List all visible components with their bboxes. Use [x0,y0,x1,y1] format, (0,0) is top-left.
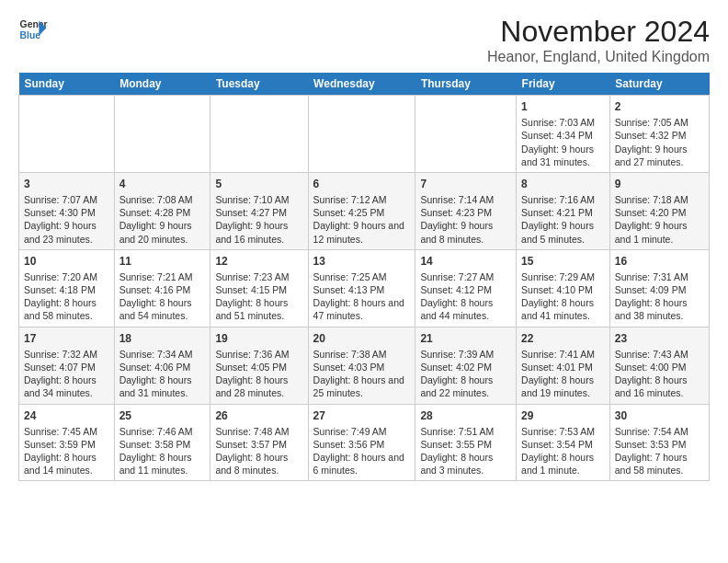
calendar-body: 1Sunrise: 7:03 AM Sunset: 4:34 PM Daylig… [19,96,710,481]
weekday-header-row: SundayMondayTuesdayWednesdayThursdayFrid… [19,73,710,96]
calendar-cell: 10Sunrise: 7:20 AM Sunset: 4:18 PM Dayli… [19,249,115,327]
day-number: 17 [24,331,109,346]
calendar-cell [114,96,210,173]
calendar-cell: 11Sunrise: 7:21 AM Sunset: 4:16 PM Dayli… [114,249,210,327]
day-info: Sunrise: 7:41 AM Sunset: 4:01 PM Dayligh… [521,348,605,400]
day-number: 24 [24,408,109,423]
day-number: 10 [24,254,109,269]
calendar-cell: 30Sunrise: 7:54 AM Sunset: 3:53 PM Dayli… [609,404,709,481]
calendar-cell: 17Sunrise: 7:32 AM Sunset: 4:07 PM Dayli… [19,327,115,404]
day-info: Sunrise: 7:10 AM Sunset: 4:27 PM Dayligh… [215,193,302,246]
calendar-cell: 29Sunrise: 7:53 AM Sunset: 3:54 PM Dayli… [517,404,610,481]
calendar-cell: 3Sunrise: 7:07 AM Sunset: 4:30 PM Daylig… [19,172,115,249]
day-number: 19 [215,331,302,346]
title-area: November 2024 Heanor, England, United Ki… [487,15,710,65]
calendar-week-row: 1Sunrise: 7:03 AM Sunset: 4:34 PM Daylig… [19,96,710,173]
calendar-cell: 23Sunrise: 7:43 AM Sunset: 4:00 PM Dayli… [609,327,709,404]
logo: General Blue [18,15,48,44]
day-info: Sunrise: 7:27 AM Sunset: 4:12 PM Dayligh… [420,270,511,323]
day-info: Sunrise: 7:31 AM Sunset: 4:09 PM Dayligh… [615,270,704,323]
calendar-cell: 1Sunrise: 7:03 AM Sunset: 4:34 PM Daylig… [517,96,610,173]
calendar-week-row: 17Sunrise: 7:32 AM Sunset: 4:07 PM Dayli… [19,327,710,404]
calendar-cell: 25Sunrise: 7:46 AM Sunset: 3:58 PM Dayli… [114,404,210,481]
weekday-header-thursday: Thursday [415,73,517,96]
calendar-cell: 8Sunrise: 7:16 AM Sunset: 4:21 PM Daylig… [517,172,610,249]
day-number: 7 [420,177,511,191]
day-number: 16 [615,254,704,269]
calendar-cell: 19Sunrise: 7:36 AM Sunset: 4:05 PM Dayli… [210,327,308,404]
calendar-cell [415,96,517,173]
calendar-cell: 20Sunrise: 7:38 AM Sunset: 4:03 PM Dayli… [308,327,415,404]
day-info: Sunrise: 7:36 AM Sunset: 4:05 PM Dayligh… [215,348,302,400]
day-info: Sunrise: 7:03 AM Sunset: 4:34 PM Dayligh… [521,116,605,168]
day-info: Sunrise: 7:46 AM Sunset: 3:58 PM Dayligh… [119,425,206,477]
day-info: Sunrise: 7:21 AM Sunset: 4:16 PM Dayligh… [119,270,206,323]
calendar-cell: 16Sunrise: 7:31 AM Sunset: 4:09 PM Dayli… [609,249,709,327]
day-info: Sunrise: 7:18 AM Sunset: 4:20 PM Dayligh… [615,193,704,246]
calendar-header: SundayMondayTuesdayWednesdayThursdayFrid… [19,73,710,96]
calendar-cell: 28Sunrise: 7:51 AM Sunset: 3:55 PM Dayli… [415,404,517,481]
day-number: 2 [615,99,704,114]
calendar-cell: 2Sunrise: 7:05 AM Sunset: 4:32 PM Daylig… [609,96,709,173]
day-number: 1 [521,99,605,114]
day-info: Sunrise: 7:07 AM Sunset: 4:30 PM Dayligh… [24,193,109,246]
day-info: Sunrise: 7:08 AM Sunset: 4:28 PM Dayligh… [119,193,206,246]
day-number: 13 [313,254,411,269]
day-info: Sunrise: 7:32 AM Sunset: 4:07 PM Dayligh… [24,348,109,400]
day-number: 20 [313,331,411,346]
weekday-header-sunday: Sunday [19,73,115,96]
day-info: Sunrise: 7:23 AM Sunset: 4:15 PM Dayligh… [215,270,302,323]
calendar-cell: 12Sunrise: 7:23 AM Sunset: 4:15 PM Dayli… [210,249,308,327]
day-number: 9 [615,177,704,191]
calendar-cell [19,96,115,173]
day-number: 5 [215,177,302,191]
logo-icon: General Blue [18,15,48,44]
day-number: 25 [119,408,206,423]
weekday-header-tuesday: Tuesday [210,73,308,96]
day-number: 26 [215,408,302,423]
day-info: Sunrise: 7:05 AM Sunset: 4:32 PM Dayligh… [615,116,704,168]
calendar-cell [308,96,415,173]
day-number: 29 [521,408,605,423]
calendar-cell: 27Sunrise: 7:49 AM Sunset: 3:56 PM Dayli… [308,404,415,481]
calendar-week-row: 3Sunrise: 7:07 AM Sunset: 4:30 PM Daylig… [19,172,710,249]
day-info: Sunrise: 7:25 AM Sunset: 4:13 PM Dayligh… [313,270,411,323]
weekday-header-wednesday: Wednesday [308,73,415,96]
calendar-week-row: 24Sunrise: 7:45 AM Sunset: 3:59 PM Dayli… [19,404,710,481]
calendar-cell: 9Sunrise: 7:18 AM Sunset: 4:20 PM Daylig… [609,172,709,249]
svg-text:Blue: Blue [20,30,41,40]
calendar-cell: 26Sunrise: 7:48 AM Sunset: 3:57 PM Dayli… [210,404,308,481]
day-number: 22 [521,331,605,346]
weekday-header-friday: Friday [517,73,610,96]
day-number: 11 [119,254,206,269]
header: General Blue November 2024 Heanor, Engla… [18,15,710,65]
day-number: 30 [615,408,704,423]
day-number: 3 [24,177,109,191]
calendar-cell: 7Sunrise: 7:14 AM Sunset: 4:23 PM Daylig… [415,172,517,249]
day-info: Sunrise: 7:29 AM Sunset: 4:10 PM Dayligh… [521,270,605,323]
calendar-cell: 5Sunrise: 7:10 AM Sunset: 4:27 PM Daylig… [210,172,308,249]
calendar-cell: 21Sunrise: 7:39 AM Sunset: 4:02 PM Dayli… [415,327,517,404]
day-info: Sunrise: 7:48 AM Sunset: 3:57 PM Dayligh… [215,425,302,477]
day-number: 27 [313,408,411,423]
calendar-table: SundayMondayTuesdayWednesdayThursdayFrid… [18,73,710,481]
day-number: 21 [420,331,511,346]
day-info: Sunrise: 7:45 AM Sunset: 3:59 PM Dayligh… [24,425,109,477]
day-info: Sunrise: 7:12 AM Sunset: 4:25 PM Dayligh… [313,193,411,246]
calendar-cell: 4Sunrise: 7:08 AM Sunset: 4:28 PM Daylig… [114,172,210,249]
day-number: 6 [313,177,411,191]
day-number: 18 [119,331,206,346]
day-info: Sunrise: 7:51 AM Sunset: 3:55 PM Dayligh… [420,425,511,477]
calendar-cell: 13Sunrise: 7:25 AM Sunset: 4:13 PM Dayli… [308,249,415,327]
calendar-cell: 15Sunrise: 7:29 AM Sunset: 4:10 PM Dayli… [517,249,610,327]
page-subtitle: Heanor, England, United Kingdom [487,49,710,65]
day-info: Sunrise: 7:53 AM Sunset: 3:54 PM Dayligh… [521,425,605,477]
day-info: Sunrise: 7:14 AM Sunset: 4:23 PM Dayligh… [420,193,511,246]
page-title: November 2024 [487,15,710,49]
day-number: 8 [521,177,605,191]
calendar-cell: 22Sunrise: 7:41 AM Sunset: 4:01 PM Dayli… [517,327,610,404]
calendar-cell [210,96,308,173]
day-info: Sunrise: 7:16 AM Sunset: 4:21 PM Dayligh… [521,193,605,246]
day-info: Sunrise: 7:54 AM Sunset: 3:53 PM Dayligh… [615,425,704,477]
day-info: Sunrise: 7:43 AM Sunset: 4:00 PM Dayligh… [615,348,704,400]
